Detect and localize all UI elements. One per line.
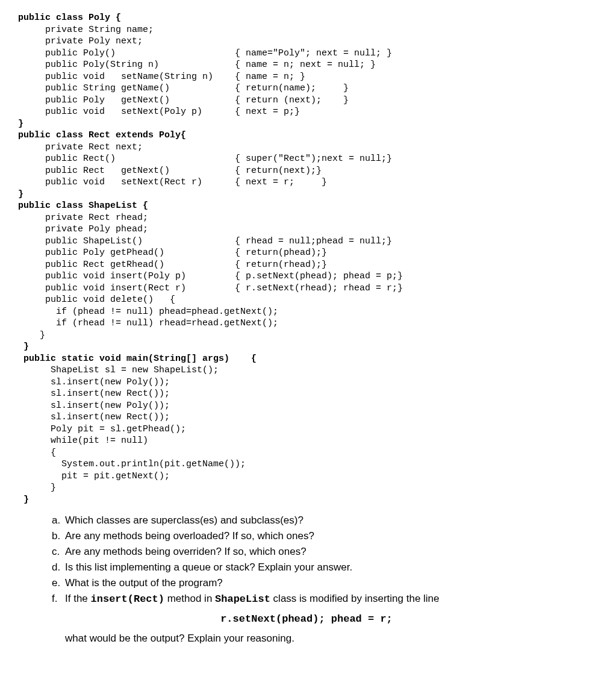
code-line: private Poly phead; (18, 224, 148, 234)
question-text: Are any methods being overloaded? If so,… (65, 530, 314, 542)
code-line: public Rect getRhead() { return(rhead);} (18, 260, 327, 270)
code-line: public void setNext(Poly p) { next = p;} (18, 107, 300, 117)
code-line: ShapeList sl = new ShapeList(); (18, 365, 219, 375)
question-text-pre: If the (65, 593, 91, 604)
code-line: public void setName(String n) { name = n… (18, 72, 305, 82)
code-line: if (phead != null) phead=phead.getNext()… (18, 307, 278, 317)
question-letter: d. (52, 561, 65, 574)
code-line: public void insert(Rect r) { r.setNext(r… (18, 283, 403, 293)
code-line: public Rect getNext() { return(next);} (18, 166, 322, 176)
code-line: } (18, 483, 56, 493)
class-decl-rect: public class Rect extends Poly{ (18, 130, 186, 140)
code-line: public ShapeList() { rhead = null;phead … (18, 236, 392, 246)
code-line: Poly pit = sl.getPhead(); (18, 424, 186, 434)
class-decl-poly: public class Poly { (18, 13, 121, 23)
code-line: } (18, 119, 23, 129)
code-line: public void delete() { (18, 295, 175, 305)
code-line: public Poly getNext() { return (next); } (18, 95, 349, 105)
code-line: } (18, 495, 29, 505)
question-text: Is this list implementing a queue or sta… (65, 561, 352, 573)
inline-code-shapelist: ShapeList (215, 593, 270, 605)
question-f: f.If the insert(Rect) method in ShapeLis… (52, 592, 595, 606)
question-d: d.Is this list implementing a queue or s… (52, 561, 595, 574)
question-a: a.Which classes are superclass(es) and s… (52, 514, 595, 527)
question-letter: a. (52, 514, 65, 527)
code-line: public Poly() { name="Poly"; next = null… (18, 48, 392, 58)
question-text-mid: method in (164, 593, 215, 604)
code-line: public String getName() { return(name); … (18, 83, 349, 93)
questions-list: a.Which classes are superclass(es) and s… (18, 514, 595, 645)
question-text: Which classes are superclass(es) and sub… (65, 514, 303, 526)
code-line: private Rect next; (18, 142, 143, 152)
code-line: if (rhead != null) rhead=rhead.getNext()… (18, 318, 278, 328)
main-decl: public static void main(String[] args) { (18, 354, 257, 364)
class-decl-shapelist: public class ShapeList { (18, 201, 148, 211)
inserted-code-line: r.setNext(phead); phead = r; (18, 613, 595, 626)
code-line: sl.insert(new Poly()); (18, 377, 170, 387)
code-line: } (18, 330, 45, 340)
question-f-followup: what would be the output? Explain your r… (52, 632, 595, 645)
code-line: public Poly getPhead() { return(phead);} (18, 248, 327, 258)
code-line: private Poly next; (18, 36, 143, 46)
inline-code-insert-rect: insert(Rect) (91, 593, 164, 605)
code-line: public Poly(String n) { name = n; next =… (18, 60, 376, 70)
code-line: pit = pit.getNext(); (18, 471, 170, 481)
question-text: Are any methods being overriden? If so, … (65, 546, 306, 557)
question-text: What is the output of the program? (65, 577, 223, 589)
code-line: } (18, 342, 29, 352)
code-line: private Rect rhead; (18, 213, 148, 223)
question-letter: b. (52, 530, 65, 543)
code-line: while(pit != null) (18, 436, 148, 446)
question-letter: c. (52, 545, 65, 558)
question-text-post: class is modified by inserting the line (270, 593, 440, 604)
code-line: sl.insert(new Rect()); (18, 412, 170, 422)
question-letter: e. (52, 577, 65, 590)
code-line: } (18, 189, 23, 199)
question-b: b.Are any methods being overloaded? If s… (52, 530, 595, 543)
code-line: public void insert(Poly p) { p.setNext(p… (18, 271, 403, 281)
code-line: sl.insert(new Rect()); (18, 389, 170, 399)
code-line: { (18, 448, 56, 458)
question-c: c.Are any methods being overriden? If so… (52, 545, 595, 558)
code-listing: public class Poly { private String name;… (18, 12, 595, 505)
code-line: System.out.println(pit.getName()); (18, 459, 246, 469)
question-e: e.What is the output of the program? (52, 577, 595, 590)
code-line: public void setNext(Rect r) { next = r; … (18, 177, 327, 187)
question-letter: f. (52, 592, 65, 605)
code-line: sl.insert(new Poly()); (18, 401, 170, 411)
code-line: public Rect() { super("Rect");next = nul… (18, 154, 392, 164)
code-line: private String name; (18, 25, 154, 35)
